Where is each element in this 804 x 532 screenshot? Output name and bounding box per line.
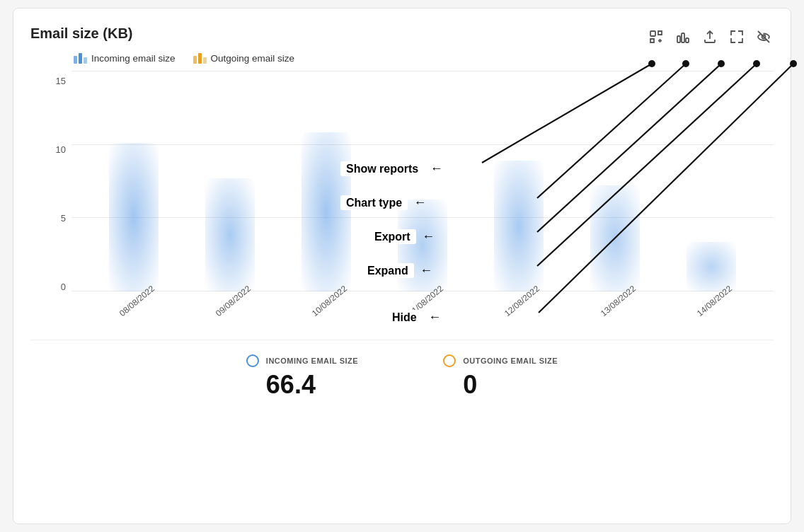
outgoing-legend-label: Outgoing email size bbox=[211, 53, 295, 64]
incoming-label: INCOMING EMAIL SIZE bbox=[266, 357, 358, 365]
y-label-0: 0 bbox=[61, 282, 66, 291]
y-label-15: 15 bbox=[56, 76, 66, 86]
incoming-legend-icon bbox=[73, 52, 87, 64]
y-label-10: 10 bbox=[56, 145, 66, 154]
expand-icon[interactable] bbox=[727, 27, 747, 47]
bar-1 bbox=[109, 143, 159, 291]
legend-row: Incoming email size Outgoing email size bbox=[30, 52, 774, 64]
svg-rect-5 bbox=[74, 56, 77, 64]
bar-5 bbox=[494, 161, 544, 291]
svg-rect-7 bbox=[84, 57, 87, 64]
x-axis-labels: 08/08/2022 09/08/2022 10/08/2022 11/08/2… bbox=[71, 291, 774, 325]
bar-4 bbox=[398, 200, 447, 291]
svg-rect-2 bbox=[682, 33, 684, 42]
chart-inner: 08/08/2022 09/08/2022 10/08/2022 11/08/2… bbox=[71, 71, 774, 325]
svg-rect-9 bbox=[198, 53, 202, 64]
stat-outgoing-header: OUTGOING EMAIL SIZE bbox=[443, 354, 558, 367]
bars-container bbox=[71, 71, 774, 291]
header-row: Email size (KB) bbox=[30, 25, 774, 47]
svg-point-20 bbox=[790, 60, 797, 67]
bar-2 bbox=[205, 178, 255, 291]
email-size-card: Email size (KB) bbox=[13, 8, 791, 524]
chart-area: 15 10 5 0 bbox=[36, 71, 774, 325]
export-icon[interactable] bbox=[700, 27, 720, 47]
svg-rect-6 bbox=[79, 53, 82, 64]
incoming-value: 66.4 bbox=[266, 370, 316, 400]
svg-rect-8 bbox=[193, 56, 197, 64]
y-label-5: 5 bbox=[61, 214, 66, 223]
stat-incoming-header: INCOMING EMAIL SIZE bbox=[246, 354, 358, 367]
incoming-circle-icon bbox=[246, 354, 259, 367]
outgoing-label: OUTGOING EMAIL SIZE bbox=[463, 357, 558, 365]
incoming-legend-label: Incoming email size bbox=[91, 53, 176, 64]
legend-outgoing: Outgoing email size bbox=[193, 52, 295, 64]
svg-rect-1 bbox=[677, 36, 680, 42]
stats-row: INCOMING EMAIL SIZE 66.4 OUTGOING EMAIL … bbox=[30, 340, 774, 400]
hide-icon[interactable] bbox=[754, 27, 774, 47]
show-reports-icon[interactable] bbox=[646, 27, 666, 47]
chart-title: Email size (KB) bbox=[30, 25, 132, 42]
outgoing-value: 0 bbox=[463, 370, 477, 400]
outgoing-legend-icon bbox=[193, 52, 207, 64]
svg-rect-3 bbox=[686, 38, 689, 42]
stat-incoming: INCOMING EMAIL SIZE 66.4 bbox=[246, 354, 358, 400]
outgoing-circle-icon bbox=[443, 354, 456, 367]
svg-rect-10 bbox=[203, 57, 207, 64]
bar-6 bbox=[590, 185, 640, 291]
svg-rect-0 bbox=[650, 31, 655, 36]
stat-outgoing: OUTGOING EMAIL SIZE 0 bbox=[443, 354, 558, 400]
bar-3 bbox=[302, 132, 351, 291]
y-axis: 15 10 5 0 bbox=[36, 71, 71, 325]
chart-type-icon[interactable] bbox=[673, 27, 693, 47]
toolbar bbox=[646, 27, 774, 47]
legend-incoming: Incoming email size bbox=[73, 52, 176, 64]
